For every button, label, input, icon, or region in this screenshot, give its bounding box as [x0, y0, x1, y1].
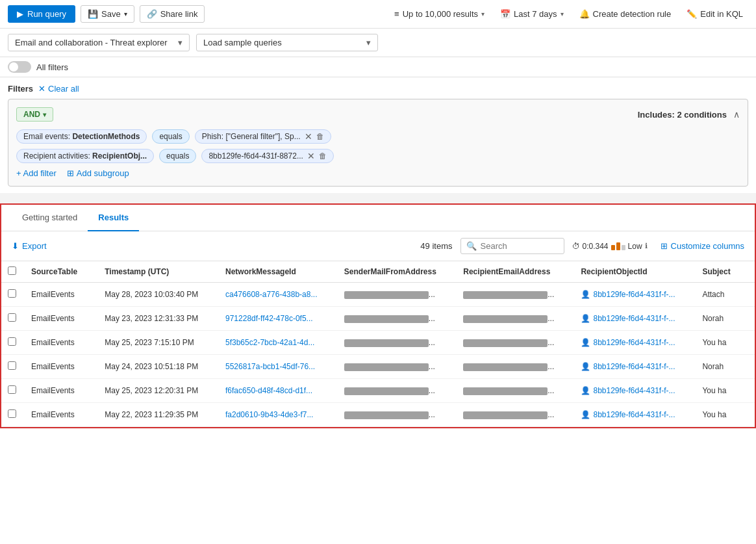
add-subgroup-button[interactable]: ⊞ Add subgroup: [67, 168, 129, 178]
cell-network-message-id[interactable]: 5526817a-bcb1-45df-76...: [219, 355, 338, 379]
row-checkbox-cell[interactable]: [1, 379, 25, 403]
network-id-link[interactable]: 971228df-ff42-478c-0f5...: [225, 314, 313, 323]
row-checkbox[interactable]: [8, 313, 16, 322]
col-header-network-message-id: NetworkMessageId: [219, 261, 338, 283]
play-icon: ▶: [17, 9, 23, 19]
tab-getting-started[interactable]: Getting started: [12, 205, 88, 231]
filter-value-recipient-id[interactable]: 8bb129fe-f6d4-431f-8872... ✕ 🗑: [201, 149, 333, 163]
cell-recipient: ...: [457, 331, 574, 355]
search-box[interactable]: 🔍: [460, 238, 564, 254]
cell-subject: You ha: [696, 403, 755, 427]
clear-all-button[interactable]: ✕ Clear all: [38, 84, 79, 94]
customize-columns-button[interactable]: ⊞ Customize columns: [661, 241, 744, 251]
cell-recipient: ...: [457, 379, 574, 403]
all-filters-label: All filters: [36, 62, 68, 72]
cell-network-message-id[interactable]: fa2d0610-9b43-4de3-f7...: [219, 403, 338, 427]
table-header-row: SourceTable Timestamp (UTC) NetworkMessa…: [1, 261, 755, 283]
filter-value-phish[interactable]: Phish: ["General filter"], Sp... ✕ 🗑: [195, 129, 331, 144]
date-range-button[interactable]: 📅 Last 7 days ▾: [495, 6, 569, 22]
cell-network-message-id[interactable]: 5f3b65c2-7bcb-42a1-4d...: [219, 331, 338, 355]
and-operator-badge[interactable]: AND ▾: [16, 107, 53, 122]
cell-network-message-id[interactable]: f6fac650-d48f-48cd-d1f...: [219, 379, 338, 403]
select-all-header[interactable]: [1, 261, 25, 283]
cell-source-table: EmailEvents: [25, 331, 98, 355]
results-toolbar: ⬇ Export 49 items 🔍 ⏱ 0:0.344 Low ℹ: [1, 231, 755, 261]
redacted-sender: [344, 315, 429, 323]
cell-network-message-id[interactable]: 971228df-ff42-478c-0f5...: [219, 307, 338, 331]
redacted-recipient: [463, 315, 548, 323]
add-filter-button[interactable]: + Add filter: [16, 168, 57, 178]
edit-kql-button[interactable]: ✏️ Edit in KQL: [681, 6, 748, 22]
row-checkbox-cell[interactable]: [1, 331, 25, 355]
filter-tag-recipient-obj[interactable]: Recipient activities: RecipientObj...: [16, 149, 154, 163]
recipient-obj-link[interactable]: 8bb129fe-f6d4-431f-f-...: [593, 386, 675, 395]
user-icon: 👤: [581, 290, 590, 299]
cell-network-message-id[interactable]: ca476608-a776-438b-a8...: [219, 283, 338, 307]
share-icon: 🔗: [147, 9, 157, 19]
section-divider: [0, 193, 756, 203]
delete-filter-button[interactable]: 🗑: [319, 151, 327, 161]
chevron-down-icon: ▾: [43, 111, 46, 118]
cell-timestamp: May 28, 2023 10:03:40 PM: [98, 283, 219, 307]
run-query-button[interactable]: ▶ Run query: [8, 5, 75, 23]
cell-recipient-object-id[interactable]: 👤 8bb129fe-f6d4-431f-f-...: [574, 379, 696, 403]
row-checkbox[interactable]: [8, 337, 16, 346]
filter-tag-detection-methods[interactable]: Email events: DetectionMethods: [16, 129, 147, 144]
download-icon: ⬇: [12, 241, 19, 251]
cell-recipient-object-id[interactable]: 👤 8bb129fe-f6d4-431f-f-...: [574, 307, 696, 331]
subgroup-icon: ⊞: [67, 168, 74, 178]
filter-group: AND ▾ Includes: 2 conditions ∧ Email eve…: [8, 99, 748, 187]
share-link-button[interactable]: 🔗 Share link: [140, 5, 205, 23]
filters-section: Filters ✕ Clear all AND ▾ Includes: 2 co…: [0, 77, 756, 193]
save-button[interactable]: 💾 Save ▾: [81, 5, 134, 23]
network-id-link[interactable]: ca476608-a776-438b-a8...: [225, 290, 317, 299]
row-checkbox[interactable]: [8, 361, 16, 370]
row-checkbox[interactable]: [8, 409, 16, 418]
recipient-obj-link[interactable]: 8bb129fe-f6d4-431f-f-...: [593, 410, 675, 419]
row-checkbox-cell[interactable]: [1, 283, 25, 307]
results-limit-button[interactable]: ≡ Up to 10,000 results ▾: [389, 6, 490, 22]
row-checkbox-cell[interactable]: [1, 307, 25, 331]
cell-subject: You ha: [696, 379, 755, 403]
col-header-recipient-object-id: RecipientObjectId: [574, 261, 696, 283]
network-id-link[interactable]: fa2d0610-9b43-4de3-f7...: [225, 410, 313, 419]
clock-icon: ⏱: [572, 242, 580, 251]
network-id-link[interactable]: 5f3b65c2-7bcb-42a1-4d...: [225, 338, 314, 347]
all-filters-toggle[interactable]: [8, 61, 31, 73]
row-checkbox-cell[interactable]: [1, 403, 25, 427]
col-header-sender: SenderMailFromAddress: [338, 261, 457, 283]
tab-results[interactable]: Results: [88, 205, 139, 231]
info-icon: ℹ: [645, 242, 648, 250]
cell-source-table: EmailEvents: [25, 307, 98, 331]
all-filters-toggle-row: All filters: [0, 57, 756, 77]
table-row: EmailEvents May 28, 2023 10:03:40 PM ca4…: [1, 283, 755, 307]
search-input[interactable]: [481, 241, 546, 251]
create-detection-button[interactable]: 🔔 Create detection rule: [574, 6, 677, 22]
cell-recipient-object-id[interactable]: 👤 8bb129fe-f6d4-431f-f-...: [574, 403, 696, 427]
row-checkbox-cell[interactable]: [1, 355, 25, 379]
collapse-filter-button[interactable]: ∧: [733, 109, 740, 120]
sample-queries-dropdown[interactable]: Load sample queries ▾: [196, 34, 378, 51]
network-id-link[interactable]: f6fac650-d48f-48cd-d1f...: [225, 386, 312, 395]
cell-recipient-object-id[interactable]: 👤 8bb129fe-f6d4-431f-f-...: [574, 355, 696, 379]
row-checkbox[interactable]: [8, 385, 16, 394]
cell-recipient-object-id[interactable]: 👤 8bb129fe-f6d4-431f-f-...: [574, 283, 696, 307]
recipient-obj-link[interactable]: 8bb129fe-f6d4-431f-f-...: [593, 362, 675, 371]
recipient-obj-link[interactable]: 8bb129fe-f6d4-431f-f-...: [593, 314, 675, 323]
network-id-link[interactable]: 5526817a-bcb1-45df-76...: [225, 362, 315, 371]
redacted-recipient: [463, 411, 548, 419]
recipient-obj-link[interactable]: 8bb129fe-f6d4-431f-f-...: [593, 338, 675, 347]
delete-filter-button[interactable]: 🗑: [316, 132, 324, 141]
row-checkbox[interactable]: [8, 289, 16, 298]
remove-filter-value-button[interactable]: ✕: [305, 132, 312, 141]
columns-icon: ⊞: [661, 241, 668, 251]
user-icon: 👤: [581, 362, 590, 371]
cell-recipient-object-id[interactable]: 👤 8bb129fe-f6d4-431f-f-...: [574, 331, 696, 355]
edit-icon: ✏️: [687, 9, 697, 19]
select-all-checkbox[interactable]: [8, 266, 16, 275]
scope-dropdown[interactable]: Email and collaboration - Threat explore…: [8, 34, 190, 51]
remove-filter-value-button[interactable]: ✕: [307, 151, 315, 161]
recipient-obj-link[interactable]: 8bb129fe-f6d4-431f-f-...: [593, 290, 675, 299]
cell-sender: ...: [338, 379, 457, 403]
export-button[interactable]: ⬇ Export: [12, 241, 47, 251]
